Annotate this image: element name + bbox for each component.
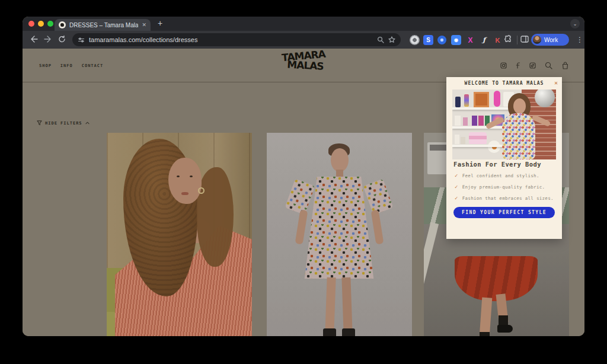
- macos-zoom-button[interactable]: [47, 21, 53, 27]
- browser-window: DRESSES – Tamara Malas ✕ + ⌄: [23, 17, 584, 336]
- main-nav: SHOP INFO CONTACT: [39, 63, 103, 68]
- shelf-item-magenta-book: [478, 116, 484, 126]
- shelf-item-jar: [461, 137, 465, 144]
- pink-x-extension-icon[interactable]: X: [465, 35, 475, 45]
- model-hair-right: [197, 167, 234, 267]
- tab-close-icon[interactable]: ✕: [142, 23, 146, 28]
- black-boot-left: [323, 328, 336, 336]
- black-boot-right: [342, 328, 355, 336]
- model-eye-left: [177, 175, 180, 177]
- macos-minimize-button[interactable]: [38, 21, 44, 27]
- woman-face: [513, 98, 526, 114]
- model-neck: [336, 170, 343, 178]
- site-page: SHOP INFO CONTACT TAMARA MALAS: [23, 49, 584, 336]
- pink-cake: [469, 132, 487, 144]
- black-shoe-right: [497, 325, 513, 333]
- profile-chip[interactable]: Work: [531, 34, 569, 46]
- new-tab-button[interactable]: +: [158, 18, 162, 28]
- filter-funnel-icon: [37, 120, 42, 126]
- cart-bag-icon[interactable]: [561, 62, 569, 69]
- side-panel-icon[interactable]: [520, 36, 529, 44]
- kagi-extension-icon[interactable]: K: [493, 35, 503, 45]
- profile-name: Work: [544, 37, 558, 43]
- tab-search-button[interactable]: ⌄: [570, 19, 580, 28]
- bookmark-star-icon[interactable]: [388, 36, 395, 43]
- popup-boutique-photo: [452, 90, 556, 159]
- check-icon: ✓: [455, 173, 458, 178]
- product-photo-tess[interactable]: [267, 133, 412, 336]
- check-icon: ✓: [455, 195, 458, 201]
- woman-print-dress: [502, 113, 535, 159]
- welcome-popup: WELCOME TO TAMARA MALAS ✕: [446, 77, 562, 239]
- search-icon[interactable]: [377, 36, 384, 43]
- profile-avatar: [533, 36, 541, 44]
- bullet-text: Feel confident and stylish.: [462, 173, 539, 178]
- facebook-icon[interactable]: [516, 62, 520, 69]
- header-icons: [500, 62, 569, 69]
- product-card-tess[interactable]: TESS DRESS €69.95: [267, 133, 412, 336]
- nav-item-contact[interactable]: CONTACT: [82, 63, 104, 68]
- popup-bullet: ✓ Enjoy premium-quality fabric.: [455, 184, 545, 190]
- browser-tab[interactable]: DRESSES – Tamara Malas ✕: [55, 19, 151, 31]
- shelf-item-purple-book: [472, 116, 477, 126]
- reload-button[interactable]: [58, 36, 66, 44]
- black-sock-left: [480, 332, 490, 336]
- model-eye-right: [190, 175, 193, 177]
- model-face: [331, 148, 349, 172]
- bullet-text: Fashion that embraces all sizes.: [462, 196, 554, 201]
- tab-favicon-icon: [59, 21, 66, 28]
- hide-filters-toggle[interactable]: HIDE FILTERS: [37, 120, 90, 126]
- popup-bullet: ✓ Feel confident and stylish.: [455, 173, 539, 178]
- blue-dot-extension-icon[interactable]: [437, 36, 446, 44]
- url-text: tamaramalas.com/collections/dresses: [89, 36, 373, 43]
- extensions-puzzle-icon[interactable]: [504, 35, 512, 44]
- hoop-earring: [198, 187, 205, 194]
- hide-filters-label: HIDE FILTERS: [45, 121, 82, 126]
- screenshot-stage: DRESSES – Tamara Malas ✕ + ⌄: [0, 0, 607, 364]
- tab-title: DRESSES – Tamara Malas: [69, 22, 138, 28]
- chevron-up-icon: [85, 122, 90, 124]
- macos-close-button[interactable]: [28, 21, 34, 27]
- function-extension-icon[interactable]: ƒ: [479, 35, 489, 45]
- site-logo[interactable]: TAMARA MALAS: [282, 52, 325, 70]
- shelf-item-pink-bottle: [463, 117, 468, 126]
- shelf-item-white-bottle: [455, 135, 459, 144]
- recorder-extension-icon[interactable]: [410, 35, 420, 45]
- toolbar-separator: [517, 36, 517, 44]
- logo-line-2: MALAS: [283, 60, 327, 71]
- forward-button[interactable]: [44, 36, 52, 44]
- shelf-item-pink-pompoms: [494, 91, 500, 107]
- model-lips: [181, 192, 189, 195]
- header-search-icon[interactable]: [545, 62, 552, 69]
- shelf-item-totem: [464, 94, 469, 107]
- nav-item-info[interactable]: INFO: [60, 63, 73, 68]
- browser-menu-icon[interactable]: ⋮: [576, 36, 583, 44]
- shelf-item-navy-bottle: [455, 97, 461, 107]
- product-card-penelope[interactable]: PENELOPE DRESS €212.95: [107, 133, 252, 336]
- stripe-extension-icon[interactable]: S: [423, 35, 433, 45]
- popup-close-icon[interactable]: ✕: [554, 80, 558, 86]
- screenshot-extension-icon[interactable]: ◉: [451, 35, 461, 45]
- instagram-icon[interactable]: [500, 62, 507, 69]
- popup-title: Fashion For Every Body: [453, 161, 541, 168]
- model-leg-right: [341, 277, 352, 332]
- nav-item-shop[interactable]: SHOP: [39, 63, 52, 68]
- check-icon: ✓: [455, 184, 458, 190]
- product-photo-penelope[interactable]: [107, 133, 252, 336]
- bullet-text: Enjoy premium-quality fabric.: [462, 184, 545, 190]
- tab-strip: DRESSES – Tamara Malas ✕ + ⌄: [23, 17, 584, 31]
- back-button[interactable]: [30, 36, 38, 44]
- address-bar[interactable]: tamaramalas.com/collections/dresses: [72, 33, 401, 46]
- popup-bullet: ✓ Fashion that embraces all sizes.: [455, 195, 554, 201]
- find-your-style-button[interactable]: FIND YOUR PERFECT STYLE: [453, 207, 555, 218]
- browser-toolbar: tamaramalas.com/collections/dresses S ◉ …: [23, 31, 584, 49]
- tiktok-icon[interactable]: [529, 62, 536, 69]
- shelf-item-orange-book: [474, 92, 489, 107]
- model-face: [168, 158, 202, 204]
- popup-header: WELCOME TO TAMARA MALAS: [446, 77, 562, 90]
- site-info-icon[interactable]: [78, 37, 85, 43]
- shelf-item-white-box: [455, 116, 461, 126]
